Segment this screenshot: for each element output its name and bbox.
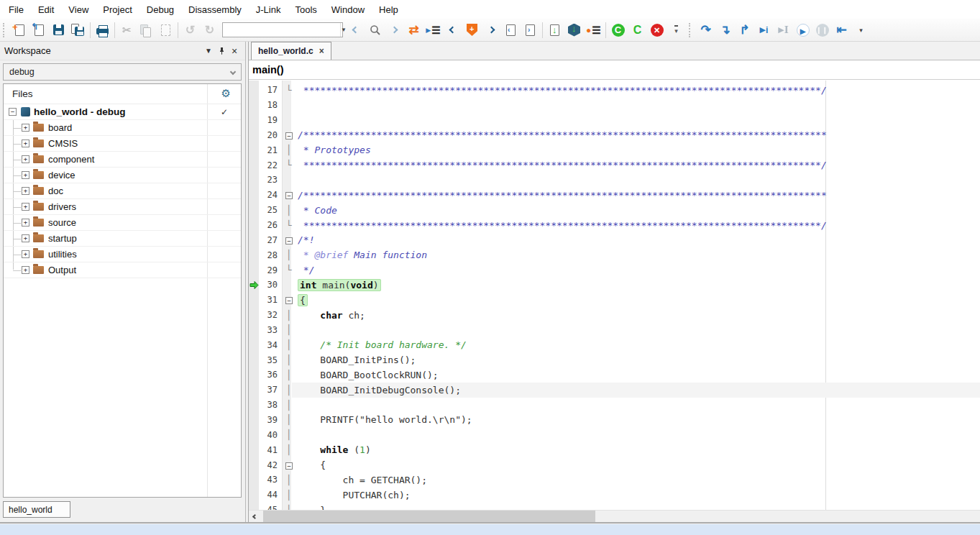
- code-line-22[interactable]: 22└ ************************************…: [249, 157, 980, 173]
- tree-item-startup[interactable]: +startup: [4, 231, 241, 247]
- workspace-menu-icon[interactable]: ▼: [202, 45, 215, 58]
- code-line-38[interactable]: 38│: [249, 398, 980, 413]
- code-line-41[interactable]: 41│ while (1): [249, 442, 980, 457]
- cut-button[interactable]: ✂: [117, 21, 137, 40]
- breakpoint-gutter-cell[interactable]: [249, 218, 259, 233]
- workspace-bottom-tab[interactable]: hello_world: [3, 501, 70, 518]
- code-line-40[interactable]: 40│: [249, 427, 980, 442]
- find-button[interactable]: [365, 21, 385, 40]
- reset-button[interactable]: C: [608, 21, 628, 40]
- tree-item-cmsis[interactable]: +CMSIS: [4, 136, 241, 152]
- code-line-25[interactable]: 25│ * Code: [249, 203, 980, 218]
- find-next-button[interactable]: [385, 21, 404, 40]
- code-line-20[interactable]: 20−/************************************…: [249, 128, 980, 143]
- next-bookmark-button[interactable]: [482, 21, 501, 40]
- search-combo[interactable]: ▼: [222, 22, 343, 37]
- code-line-30[interactable]: 30int main(void): [249, 278, 980, 293]
- breakpoint-gutter-cell[interactable]: [249, 413, 259, 428]
- cpu-reset-button[interactable]: C: [628, 21, 647, 40]
- breakpoint-gutter-cell[interactable]: [249, 83, 259, 98]
- code-line-32[interactable]: 32│ char ch;: [249, 308, 980, 323]
- code-line-28[interactable]: 28│ * @brief Main function: [249, 247, 980, 262]
- expand-icon[interactable]: +: [22, 155, 29, 163]
- print-button[interactable]: [93, 21, 112, 40]
- new-document-button[interactable]: +: [10, 21, 29, 40]
- code-line-19[interactable]: 19: [249, 113, 980, 128]
- breakpoint-gutter-cell[interactable]: [249, 472, 259, 488]
- breakpoint-gutter-cell[interactable]: [249, 247, 259, 262]
- editor-tab[interactable]: hello_world.c ×: [251, 42, 331, 60]
- fold-marker[interactable]: −: [280, 459, 298, 470]
- breakpoint-gutter-cell[interactable]: [249, 113, 259, 128]
- breakpoint-gutter-cell[interactable]: [249, 367, 259, 383]
- collapse-region-icon[interactable]: −: [285, 132, 293, 140]
- breakpoint-gutter-cell[interactable]: [249, 293, 259, 308]
- search-input[interactable]: [223, 24, 340, 36]
- breakpoint-gutter-cell[interactable]: [249, 398, 259, 413]
- debug-menu-button[interactable]: ▾: [851, 21, 871, 40]
- code-line-27[interactable]: 27−/*!: [249, 232, 980, 247]
- save-all-button[interactable]: [68, 21, 88, 40]
- code-area[interactable]: 17└ ************************************…: [249, 81, 980, 510]
- breakpoint-gutter-cell[interactable]: [249, 308, 259, 323]
- tree-item-board[interactable]: +board: [4, 120, 241, 136]
- menu-help[interactable]: Help: [372, 1, 406, 18]
- breakpoint-gutter-cell[interactable]: [249, 488, 259, 503]
- download-and-debug-button[interactable]: ↓: [564, 21, 584, 40]
- code-line-45[interactable]: 45└ }: [249, 503, 980, 510]
- breakpoint-gutter-cell[interactable]: [249, 142, 259, 157]
- horizontal-scrollbar[interactable]: [249, 510, 980, 522]
- undo-button[interactable]: ↺: [180, 21, 200, 40]
- breakpoint-gutter-cell[interactable]: [249, 383, 259, 398]
- close-tab-icon[interactable]: ×: [319, 46, 324, 56]
- code-line-23[interactable]: 23: [249, 173, 980, 188]
- collapse-region-icon[interactable]: −: [285, 297, 293, 304]
- tree-item-device[interactable]: +device: [4, 168, 241, 183]
- gear-icon[interactable]: ⚙: [221, 87, 231, 100]
- code-line-33[interactable]: 33│: [249, 323, 980, 338]
- menu-view[interactable]: View: [61, 1, 96, 18]
- paste-button[interactable]: [156, 21, 175, 40]
- collapse-region-icon[interactable]: −: [285, 237, 293, 244]
- stop-debugging-button[interactable]: ⇤: [832, 21, 851, 40]
- breakpoint-gutter-cell[interactable]: [249, 262, 259, 278]
- redo-button[interactable]: ↻: [200, 21, 219, 40]
- tree-item-source[interactable]: +source: [4, 215, 241, 231]
- menu-edit[interactable]: Edit: [31, 1, 61, 18]
- next-document-button[interactable]: ›: [521, 21, 540, 40]
- step-over-button[interactable]: ↷: [696, 21, 715, 40]
- breakpoints-window-button[interactable]: ●☰: [584, 21, 603, 40]
- copy-button[interactable]: [137, 21, 156, 40]
- collapse-region-icon[interactable]: −: [285, 192, 293, 199]
- pin-icon[interactable]: [215, 45, 228, 58]
- breakpoint-gutter-cell[interactable]: [249, 98, 259, 113]
- code-line-21[interactable]: 21│ * Prototypes: [249, 142, 980, 157]
- next-statement-button[interactable]: ▶i: [754, 21, 774, 40]
- tree-item-utilities[interactable]: +utilities: [4, 247, 241, 262]
- expand-icon[interactable]: +: [22, 140, 29, 147]
- breakpoint-gutter-cell[interactable]: [249, 503, 259, 510]
- tree-root-hello_world[interactable]: −hello_world - debug✓: [4, 104, 241, 120]
- open-document-button[interactable]: ↰: [29, 21, 49, 40]
- configuration-dropdown[interactable]: debug: [3, 63, 242, 81]
- code-line-35[interactable]: 35│ BOARD_InitPins();: [249, 352, 980, 367]
- expand-icon[interactable]: +: [22, 266, 29, 274]
- code-line-26[interactable]: 26└ ************************************…: [249, 218, 980, 233]
- previous-bookmark-button[interactable]: [443, 21, 462, 40]
- breakpoint-gutter-cell[interactable]: [249, 188, 259, 203]
- scroll-left-button[interactable]: [249, 511, 261, 523]
- toggle-trace-button[interactable]: ⇄: [404, 21, 423, 40]
- step-into-button[interactable]: ↴: [715, 21, 735, 40]
- code-line-29[interactable]: 29└ */: [249, 262, 980, 278]
- code-line-31[interactable]: 31−{: [249, 293, 980, 308]
- code-line-34[interactable]: 34│ /* Init board hardware. */: [249, 337, 980, 352]
- code-line-37[interactable]: 37│ BOARD_InitDebugConsole();: [249, 383, 980, 398]
- breakpoint-gutter-cell[interactable]: [249, 442, 259, 457]
- toggle-breakpoint-button[interactable]: +: [462, 21, 482, 40]
- run-to-cursor-button[interactable]: ▶I: [774, 21, 793, 40]
- close-icon[interactable]: ×: [228, 45, 241, 58]
- breakpoint-gutter-cell[interactable]: [249, 427, 259, 442]
- fold-marker[interactable]: −: [280, 295, 298, 306]
- download-file-button[interactable]: ↓: [545, 21, 564, 40]
- function-navigation-bar[interactable]: main(): [249, 60, 980, 80]
